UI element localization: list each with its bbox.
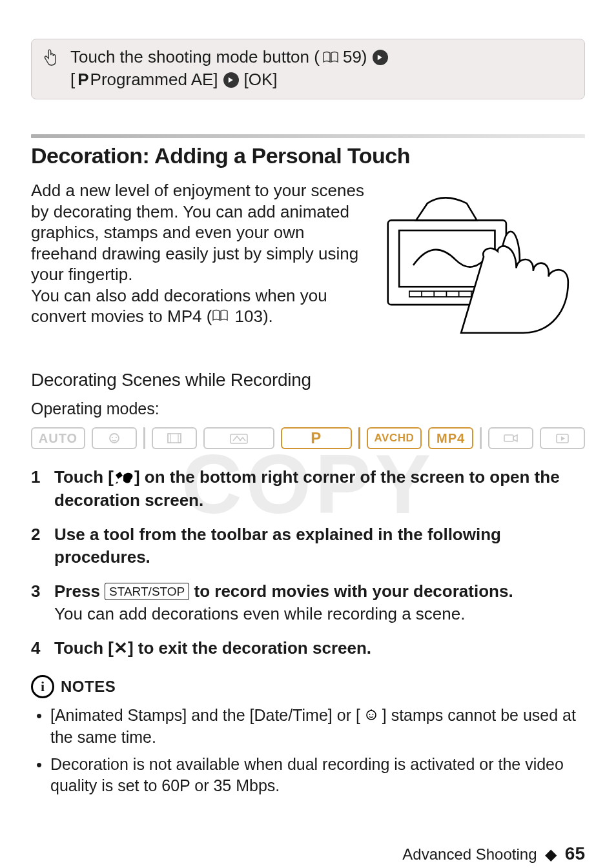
- baby-stamp-icon: [365, 709, 378, 722]
- step3-sub: You can add decorations even while recor…: [54, 604, 465, 623]
- step-4: 4 Touch [✕] to exit the decoration scree…: [31, 637, 585, 660]
- notes-heading: i NOTES: [31, 675, 585, 698]
- close-x-icon: ✕: [114, 638, 128, 658]
- svg-point-19: [369, 714, 370, 716]
- intro-paragraph-1: Add a new level of enjoyment to your sce…: [31, 180, 367, 285]
- operating-modes-row: AUTO P AVCHD MP4: [31, 427, 585, 449]
- step-number: 1: [31, 466, 45, 511]
- svg-rect-12: [168, 434, 181, 443]
- step3-pre: Press: [54, 581, 105, 601]
- mode-record: [488, 427, 533, 449]
- step-1: 1 Touch [ ] on the bottom right corner o…: [31, 466, 585, 511]
- mode-cinema: [152, 427, 197, 449]
- step-3: 3 Press START/STOP to record movies with…: [31, 580, 585, 625]
- svg-point-20: [372, 714, 373, 716]
- note1-pre: [Animated Stamps] and the [Date/Time] or…: [50, 706, 360, 724]
- section-rule: [31, 134, 585, 138]
- touch-hand-icon: [41, 47, 59, 76]
- footer-section: Advanced Shooting: [402, 845, 537, 863]
- mode-mp4: MP4: [428, 427, 473, 449]
- mode-baby: [92, 427, 137, 449]
- touch-instruction-callout: Touch the shooting mode button ( 59) [ P…: [31, 39, 585, 99]
- mode-scn: [203, 427, 274, 449]
- callout-programmed-ae: Programmed AE]: [90, 68, 218, 91]
- mode-divider: [480, 427, 482, 449]
- info-icon: i: [31, 675, 54, 698]
- start-stop-button-label: START/STOP: [105, 583, 189, 601]
- step-number: 2: [31, 523, 45, 569]
- mode-divider: [143, 427, 145, 449]
- callout-line1-ref: 59): [343, 46, 367, 68]
- footer-page-number: 65: [565, 843, 585, 863]
- notes-label: NOTES: [61, 678, 116, 696]
- page-footer: Advanced Shooting ◆ 65: [31, 843, 585, 864]
- step3-post: to record movies with your decorations.: [194, 581, 513, 601]
- step4-pre: Touch [: [54, 638, 114, 658]
- callout-bracket: [: [70, 68, 75, 91]
- step4-post: ] to exit the decoration screen.: [128, 638, 371, 658]
- section-title: Decoration: Adding a Personal Touch: [31, 143, 585, 168]
- manual-ref-icon: [322, 51, 339, 64]
- mode-p: P: [281, 427, 352, 449]
- svg-point-11: [116, 437, 117, 438]
- intro-paragraph-2-pre: You can also add decorations when you co…: [31, 286, 327, 327]
- note2-text: Decoration is not available when dual re…: [50, 755, 564, 795]
- p-mode-letter: P: [77, 68, 88, 91]
- decoration-palette-icon: [114, 470, 134, 485]
- mode-divider: [358, 427, 360, 449]
- step-number: 4: [31, 637, 45, 660]
- sequence-arrow-icon: [223, 72, 239, 88]
- svg-point-9: [110, 434, 119, 443]
- intro-paragraph-2-ref: 103).: [235, 307, 273, 326]
- svg-rect-16: [504, 435, 513, 441]
- svg-point-10: [112, 437, 113, 438]
- footer-diamond-icon: ◆: [545, 845, 557, 863]
- step-number: 3: [31, 580, 45, 625]
- note-item: Decoration is not available when dual re…: [31, 754, 585, 798]
- step2-text: Use a tool from the toolbar as explained…: [54, 523, 585, 569]
- callout-line1-pre: Touch the shooting mode button (: [70, 46, 320, 68]
- mode-play: [540, 427, 585, 449]
- step-2: 2 Use a tool from the toolbar as explain…: [31, 523, 585, 569]
- manual-ref-icon: [212, 309, 229, 322]
- subsection-title: Decorating Scenes while Recording: [31, 370, 585, 390]
- camcorder-touch-illustration: [382, 187, 585, 347]
- mode-avchd: AVCHD: [367, 427, 422, 449]
- callout-ok: [OK]: [244, 68, 278, 91]
- mode-auto: AUTO: [31, 427, 85, 449]
- svg-point-18: [367, 711, 376, 720]
- note-item: [Animated Stamps] and the [Date/Time] or…: [31, 705, 585, 749]
- operating-modes-label: Operating modes:: [31, 399, 585, 418]
- step1-pre: Touch [: [54, 467, 114, 487]
- sequence-arrow-icon: [373, 50, 388, 65]
